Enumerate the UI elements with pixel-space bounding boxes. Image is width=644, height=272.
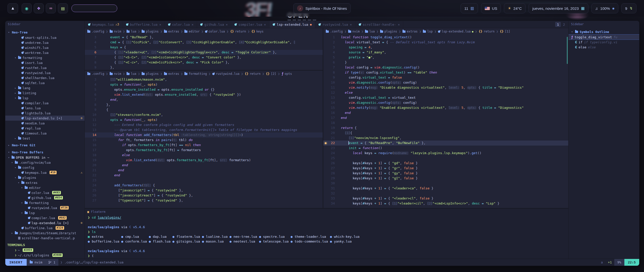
tab-scrollbar-handle-[interactable]: scrollbar-handle-×: [355, 21, 404, 28]
code-line[interactable]: 10 vim.diagnostic.config(opts: config): [323, 80, 568, 85]
code-line[interactable]: 31 keys[#keys + 1] = { "<leader>ca", fal…: [323, 186, 568, 191]
code-area[interactable]: 3 [1]"williamboman/mason.nvim",4 opts = …: [85, 77, 323, 208]
tab-close-icon[interactable]: ×: [191, 23, 193, 26]
code-line[interactable]: 3 event = { "BufRead" },: [85, 35, 323, 40]
tree-item[interactable]: shellharden.lua: [5, 75, 85, 80]
section-header-terminals[interactable]: TERMINALS: [5, 242, 85, 248]
code-line[interactable]: 9 },: [85, 65, 323, 70]
code-line[interactable]: 8 if type(v: config.virtual_text) == "ta…: [323, 70, 568, 75]
tab-compiler.lua[interactable]: compiler.lua×: [231, 21, 269, 28]
tree-item[interactable]: ▾.config/nvim/lua: [5, 160, 85, 165]
code-line[interactable]: 6 { [1]"<leader>uC", [2]"<cmd>CccHighlig…: [85, 50, 323, 55]
breadcrumb-item[interactable]: .config: [326, 30, 343, 33]
breadcrumb-item[interactable]: plugins: [380, 30, 397, 33]
date-widget[interactable]: jueves, noviembre 16, 2023 ▦: [529, 3, 588, 13]
code-line[interactable]: 24 add_formatters(tbl: {: [85, 183, 323, 188]
tree-item[interactable]: compiler.lua: [5, 100, 85, 106]
code-line[interactable]: 22 event = { "BufReadPre", "BufNewFile" …: [323, 141, 568, 146]
terminal-output[interactable]: ❯ cd lua/plugins/ nvim/lua/plugins via ☾…: [85, 215, 568, 259]
code-line[interactable]: 25: [323, 156, 568, 161]
code-line[interactable]: 21 [1]"neovim/nvim-lspconfig",: [323, 135, 568, 141]
breadcrumb-item[interactable]: lua: [127, 30, 136, 33]
section-header-neo-tree-git[interactable]: ▸Neo-Tree Git: [5, 142, 85, 148]
tree-item[interactable]: lightbulb.lua: [5, 111, 85, 116]
code-line[interactable]: 6 }: [323, 60, 568, 65]
tree-item[interactable]: ▸Juegos/Indies/SteamLibrary/st: [5, 230, 85, 235]
tab-close-icon[interactable]: ×: [226, 23, 228, 26]
breadcrumb-item[interactable]: lsp-extended.lua●: [438, 30, 473, 33]
tree-item[interactable]: rustfmt.lua: [5, 65, 85, 70]
code-line[interactable]: 6 vim.list_extend(dst: opts.ensure_insta…: [85, 92, 323, 97]
code-line[interactable]: 18: [323, 120, 568, 125]
code-line[interactable]: 13 config.virtual_text = virtual_text: [323, 95, 568, 100]
code-line[interactable]: 3 spacing = 4,: [323, 45, 568, 50]
code-line[interactable]: 14 local function add_formatters(tbl :ta…: [85, 132, 323, 138]
breadcrumb-item[interactable]: {}return: [245, 72, 261, 76]
breadcrumb-item[interactable]: nvim: [348, 30, 360, 33]
tree-item[interactable]: lens.lua: [5, 106, 85, 111]
breadcrumb-item[interactable]: lsp: [423, 30, 433, 33]
tree-item[interactable]: isort.lua: [5, 60, 85, 65]
tab-page-2[interactable]: 2: [561, 22, 567, 27]
code-line[interactable]: 8 { [1]"<C-c>", [2]"<cmd>CccPick<cr>", d…: [85, 60, 323, 65]
outline-item[interactable]: ƒtoggle_diag_virtextfu: [569, 35, 639, 40]
tree-item[interactable]: ▾formatting: [5, 55, 85, 60]
breadcrumb-item[interactable]: color.lua: [205, 30, 225, 33]
breadcrumb-item[interactable]: {}[1]: [500, 30, 510, 33]
breadcrumb-item[interactable]: rustywind.lua: [212, 72, 239, 76]
code-line[interactable]: 25 ["javascript"] = { "rustywind" },: [85, 188, 323, 193]
tab-lsp-extended.lua[interactable]: lsp-extended.lua●: [269, 21, 315, 28]
code-area[interactable]: 1local function toggle_diag_virtext()2 l…: [323, 35, 568, 208]
tree-item[interactable]: undotree.lua: [5, 40, 85, 45]
code-line[interactable]: 18 else: [85, 153, 323, 158]
tree-item[interactable]: ▾extras: [5, 180, 85, 185]
breadcrumb-item[interactable]: plugins: [142, 72, 159, 76]
code-line[interactable]: 20 end: [85, 163, 323, 168]
tab-close-icon[interactable]: ×: [264, 23, 266, 26]
workspace-button[interactable]: ❖: [34, 3, 44, 13]
code-line[interactable]: 5 prefix = "●",: [323, 55, 568, 60]
tree-item[interactable]: timeout.lua: [5, 131, 85, 136]
code-line[interactable]: 23 init = function(): [323, 146, 568, 151]
code-line[interactable]: 20 [1]{: [323, 130, 568, 135]
tree-item[interactable]: ▸test: [5, 136, 85, 141]
tree-item[interactable]: neodim.lua: [5, 121, 85, 126]
power-button[interactable]: ◉: [22, 3, 32, 13]
code-line[interactable]: 11 vim.notify(msg: "Disable diagnostics …: [323, 85, 568, 90]
breadcrumb-item[interactable]: .config: [87, 72, 104, 76]
code-line[interactable]: 27 ["typescript"] = { "rustywind" },: [85, 198, 323, 203]
code-line[interactable]: 27 keys[#keys + 1] = { "gr", false }: [323, 166, 568, 171]
code-line[interactable]: 5 keys = {: [85, 45, 323, 50]
notes-button[interactable]: ▤: [58, 3, 68, 13]
code-line[interactable]: 19return {: [323, 125, 568, 130]
breadcrumb-item[interactable]: nvim: [110, 30, 121, 33]
code-line[interactable]: 30: [323, 181, 568, 186]
tab-github.lua[interactable]: github.lua×: [197, 21, 231, 28]
launcher-button[interactable]: ▲: [8, 3, 18, 13]
code-line[interactable]: 12 --- Extend the conform plugin config …: [85, 122, 323, 127]
breadcrumb-item[interactable]: lua: [127, 72, 136, 76]
breadcrumb-item[interactable]: {}[2]: [266, 72, 276, 76]
section-header-neo-tree-buffers[interactable]: ▾Neo-Tree Buffers: [5, 149, 85, 155]
code-line[interactable]: 8 },: [85, 102, 323, 107]
breadcrumb-item[interactable]: extras: [403, 30, 418, 33]
code-line[interactable]: 29 keys[#keys + 1] = { "gI", false }: [323, 176, 568, 181]
outline-item[interactable]: ∈ifif type(config.vi: [569, 40, 639, 45]
code-line[interactable]: 1local function toggle_diag_virtext(): [323, 35, 568, 40]
breadcrumb-item[interactable]: {}return: [479, 30, 495, 33]
tree-item[interactable]: color.lua#493: [5, 190, 85, 195]
code-line[interactable]: 14 vim.diagnostic.config(opts: config): [323, 100, 568, 105]
code-line[interactable]: 26 ["javascriptreact"] = { "rustywind" }…: [85, 193, 323, 198]
code-line[interactable]: 4 opts = function(_, opts): [85, 82, 323, 87]
code-line[interactable]: 5 opts.ensure_installed = opts.ensure_in…: [85, 87, 323, 92]
code-line[interactable]: 28 keys[#keys + 1] = { "gy", false }: [323, 171, 568, 176]
tab-rustywind.lua[interactable]: rustywind.lua×: [315, 21, 355, 28]
breadcrumb-item[interactable]: extras: [164, 72, 179, 76]
breadcrumb-item[interactable]: ƒopts: [281, 72, 292, 76]
tree-item[interactable]: ▾config: [5, 165, 85, 170]
symbols-outline-header[interactable]: ▾ Symbols Outline: [569, 29, 639, 35]
tree-item[interactable]: winshift.lua: [5, 45, 85, 50]
tree-item[interactable]: ▾lsp: [5, 210, 85, 215]
code-line[interactable]: 16 end: [323, 110, 568, 115]
battery-widget[interactable]: 9 ↯: [621, 3, 636, 13]
